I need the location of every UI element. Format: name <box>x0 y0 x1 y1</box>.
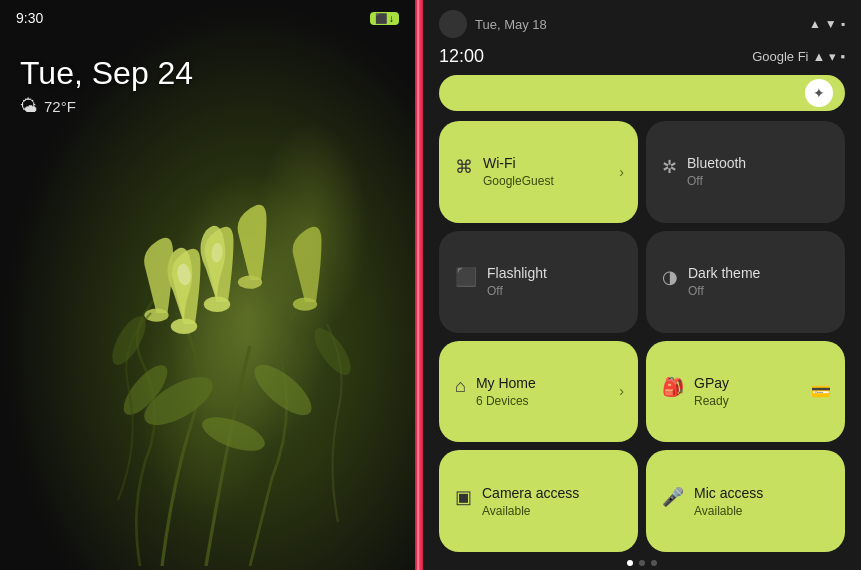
status-avatar <box>439 10 467 38</box>
bluetooth-tile-header: ✲ Bluetooth Off <box>662 155 829 188</box>
gpay-tile-header: 🎒 GPay Ready <box>662 375 829 408</box>
camera-tile[interactable]: ▣ Camera access Available <box>439 450 638 552</box>
signal-bars-icon: ▲ <box>813 49 826 64</box>
mic-tile-header: 🎤 Mic access Available <box>662 485 829 518</box>
lock-screen: 9:30 ⬛ ↓ Tue, Sep 24 🌤 72°F <box>0 0 415 570</box>
mic-subtitle: Available <box>694 504 829 518</box>
bluetooth-tile-text: Bluetooth Off <box>687 155 829 188</box>
wifi-subtitle: GoogleGuest <box>483 174 622 188</box>
brightness-slider[interactable]: ✦ <box>439 75 845 111</box>
card-icon: 💳 <box>811 382 831 401</box>
left-date: Tue, Sep 24 <box>20 55 193 92</box>
right-status-left: Tue, May 18 <box>439 10 547 38</box>
mic-tile-icon: 🎤 <box>662 486 684 508</box>
camera-subtitle: Available <box>482 504 622 518</box>
battery-status-icon: ▪ <box>841 17 845 31</box>
right-time-row: 12:00 Google Fi ▲ ▾ ▪ <box>423 44 861 75</box>
svg-point-12 <box>308 323 358 381</box>
bluetooth-title: Bluetooth <box>687 155 829 172</box>
flashlight-title: Flashlight <box>487 265 622 282</box>
svg-point-4 <box>171 319 197 334</box>
quick-settings-panel: Tue, May 18 ▲ ▼ ▪ 12:00 Google Fi ▲ ▾ ▪ … <box>423 0 861 570</box>
myhome-tile-icon: ⌂ <box>455 376 466 397</box>
myhome-tile-text: My Home 6 Devices <box>476 375 622 408</box>
battery-icon: ▪ <box>840 49 845 64</box>
flashlight-tile[interactable]: ⬛ Flashlight Off <box>439 231 638 333</box>
gpay-card-icon: 💳 <box>811 382 831 401</box>
myhome-tile-header: ⌂ My Home 6 Devices <box>455 375 622 408</box>
darktheme-subtitle: Off <box>688 284 829 298</box>
battery-charging-icon: ⬛ ↓ <box>370 12 399 25</box>
dot-3 <box>651 560 657 566</box>
gpay-subtitle: Ready <box>694 394 829 408</box>
camera-title: Camera access <box>482 485 622 502</box>
dot-2 <box>639 560 645 566</box>
wifi-title: Wi-Fi <box>483 155 622 172</box>
darktheme-tile-icon: ◑ <box>662 266 678 288</box>
bluetooth-tile-icon: ✲ <box>662 156 677 178</box>
darktheme-tile[interactable]: ◑ Dark theme Off <box>646 231 845 333</box>
temperature: 72°F <box>44 98 76 115</box>
signal-icon: ▲ <box>809 17 821 31</box>
svg-point-6 <box>238 276 262 289</box>
wifi-tile-icon: ⌘ <box>455 156 473 178</box>
brightness-row[interactable]: ✦ <box>423 75 861 121</box>
wifi-icon: ▾ <box>829 49 836 64</box>
mic-tile-text: Mic access Available <box>694 485 829 518</box>
darktheme-tile-header: ◑ Dark theme Off <box>662 265 829 298</box>
camera-tile-text: Camera access Available <box>482 485 622 518</box>
brightness-knob[interactable]: ✦ <box>805 79 833 107</box>
right-status-icons: ▲ ▼ ▪ <box>809 17 845 31</box>
quick-tiles-grid: ⌘ Wi-Fi GoogleGuest › ✲ Bluetooth Off ⬛ <box>423 121 861 552</box>
weather-icon: 🌤 <box>20 96 38 117</box>
wifi-tile[interactable]: ⌘ Wi-Fi GoogleGuest › <box>439 121 638 223</box>
mic-tile[interactable]: 🎤 Mic access Available <box>646 450 845 552</box>
flower-illustration <box>30 60 415 566</box>
camera-tile-header: ▣ Camera access Available <box>455 485 622 518</box>
gpay-tile[interactable]: 🎒 GPay Ready 💳 <box>646 341 845 443</box>
wifi-chevron-icon: › <box>619 164 624 180</box>
brightness-icon: ✦ <box>813 85 825 101</box>
left-time: 9:30 <box>16 10 43 26</box>
flashlight-tile-header: ⬛ Flashlight Off <box>455 265 622 298</box>
right-status-bar: Tue, May 18 ▲ ▼ ▪ <box>423 0 861 44</box>
flashlight-tile-icon: ⬛ <box>455 266 477 288</box>
left-date-section: Tue, Sep 24 🌤 72°F <box>20 55 193 117</box>
panel-divider <box>415 0 423 570</box>
right-date: Tue, May 18 <box>475 17 547 32</box>
darktheme-title: Dark theme <box>688 265 829 282</box>
page-dots <box>423 552 861 570</box>
carrier-name: Google Fi <box>752 49 808 64</box>
left-status-icons: ⬛ ↓ <box>370 12 399 25</box>
bluetooth-subtitle: Off <box>687 174 829 188</box>
carrier-info: Google Fi ▲ ▾ ▪ <box>752 49 845 64</box>
gpay-tile-text: GPay Ready <box>694 375 829 408</box>
darktheme-tile-text: Dark theme Off <box>688 265 829 298</box>
myhome-tile[interactable]: ⌂ My Home 6 Devices › <box>439 341 638 443</box>
camera-tile-icon: ▣ <box>455 486 472 508</box>
wifi-tile-text: Wi-Fi GoogleGuest <box>483 155 622 188</box>
myhome-title: My Home <box>476 375 622 392</box>
wifi-tile-header: ⌘ Wi-Fi GoogleGuest <box>455 155 622 188</box>
myhome-subtitle: 6 Devices <box>476 394 622 408</box>
right-time: 12:00 <box>439 46 484 67</box>
left-status-bar: 9:30 ⬛ ↓ <box>16 10 399 26</box>
left-weather: 🌤 72°F <box>20 96 193 117</box>
svg-point-5 <box>204 297 230 312</box>
gpay-tile-icon: 🎒 <box>662 376 684 398</box>
mic-title: Mic access <box>694 485 829 502</box>
bluetooth-tile[interactable]: ✲ Bluetooth Off <box>646 121 845 223</box>
flashlight-subtitle: Off <box>487 284 622 298</box>
dot-1 <box>627 560 633 566</box>
myhome-chevron-icon: › <box>619 383 624 399</box>
svg-point-8 <box>293 298 317 311</box>
flashlight-tile-text: Flashlight Off <box>487 265 622 298</box>
wifi-status-icon: ▼ <box>825 17 837 31</box>
gpay-title: GPay <box>694 375 829 392</box>
